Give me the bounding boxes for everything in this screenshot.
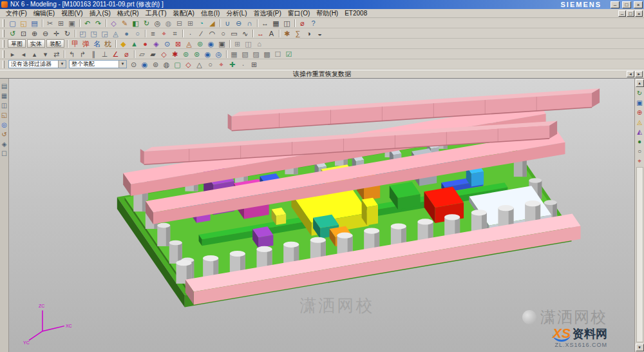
dimension-icon[interactable]: ↔ [255, 29, 266, 38]
perspective-icon[interactable]: ◭ [636, 128, 644, 136]
edit-feature-icon[interactable]: ✱ [281, 29, 292, 38]
menu-item-window[interactable]: 窗口(O) [285, 9, 313, 18]
intersection-point-icon[interactable]: ✱ [169, 50, 180, 59]
wireframe-view-icon[interactable]: ○ [636, 147, 644, 155]
toggle-on-icon[interactable]: ☑ [283, 50, 294, 59]
rectangle-icon[interactable]: ▭ [229, 29, 240, 38]
assembly-drawing-icon[interactable]: ⌂ [254, 39, 265, 48]
toolbar-grip[interactable] [3, 61, 5, 68]
hole-icon[interactable]: ◎ [152, 19, 163, 28]
roles-tab[interactable]: ☐ [0, 150, 8, 158]
snap-circle-icon[interactable]: ○ [205, 60, 216, 69]
refresh-view-icon[interactable]: ↻ [636, 89, 644, 97]
piercing-insert-icon[interactable]: ▲ [129, 39, 140, 48]
save-icon[interactable]: ▤ [29, 19, 40, 28]
measure-icon[interactable]: ⌀ [297, 19, 308, 28]
arrow-left-icon[interactable]: ◂ [18, 50, 29, 59]
web-browser-tab[interactable]: ◎ [0, 121, 8, 129]
toolbar-grip[interactable] [3, 30, 5, 37]
concentric-constraint-icon[interactable]: ⊛ [191, 50, 202, 59]
mdi-minimize-button[interactable]: – [618, 10, 626, 17]
toolbar-grip[interactable] [3, 19, 5, 27]
chevron-down-icon[interactable]: ▼ [58, 61, 66, 68]
scroll-right-icon[interactable]: ► [635, 71, 643, 77]
redo-icon[interactable]: ↷ [93, 19, 104, 28]
point-icon[interactable]: ∙ [185, 29, 196, 38]
pocket-icon[interactable]: ⊟ [174, 19, 185, 28]
menu-item-tools[interactable]: 工具(T) [142, 9, 170, 18]
fit-view-icon[interactable]: ▣ [636, 99, 644, 107]
arc-icon[interactable]: ◠ [207, 29, 218, 38]
datum-plane-icon[interactable]: ◇ [108, 19, 119, 28]
fit-view-icon[interactable]: ⊡ [18, 29, 29, 38]
undo-icon[interactable]: ↶ [82, 19, 93, 28]
diameter-icon[interactable]: ⌀ [121, 50, 132, 59]
top-view-icon[interactable]: ◳ [88, 29, 99, 38]
object-display-icon[interactable]: ◑ [303, 29, 314, 38]
wireframe-icon[interactable]: ○ [132, 29, 143, 38]
toolbar-grip[interactable] [3, 40, 5, 48]
zoom-view-icon[interactable]: ⊕ [636, 108, 644, 117]
help-icon[interactable]: ? [308, 19, 319, 28]
wcs-display-icon[interactable]: ⌖ [158, 29, 169, 38]
pattern-feature-icon[interactable]: ▦ [270, 19, 281, 28]
pdw-die-base-icon[interactable]: 名 [91, 39, 102, 48]
history-tab[interactable]: ↺ [0, 130, 8, 139]
scroll-down-icon[interactable]: ▼ [636, 344, 644, 351]
sketch-icon[interactable]: ✎ [119, 19, 130, 28]
front-view-icon[interactable]: ◰ [77, 29, 88, 38]
pattern-diag-icon[interactable]: ▧ [240, 50, 251, 59]
relief-design-icon[interactable]: ◫ [243, 39, 254, 48]
route-up-icon[interactable]: ↰ [66, 50, 77, 59]
blank-layout-icon[interactable]: ◆ [118, 39, 129, 48]
shaded-view-icon[interactable]: ● [636, 137, 644, 146]
minimize-button[interactable]: – [611, 1, 620, 8]
menu-item-format[interactable]: 格式(R) [114, 9, 142, 18]
burring-insert-icon[interactable]: ⊙ [162, 39, 173, 48]
menu-item-assemblies[interactable]: 装配(A) [169, 9, 197, 18]
menu-item-insert[interactable]: 插入(S) [86, 9, 113, 18]
graphics-window[interactable]: XC YC ZC 潇洒网校 潇洒网校 XS 资料网 ZL.XS1616.COM [9, 79, 634, 352]
snap-grid-icon[interactable]: ⊞ [249, 60, 260, 69]
mdi-restore-button[interactable]: □ [627, 10, 634, 17]
face-solid-icon[interactable]: ▰ [147, 50, 158, 59]
cut-icon[interactable]: ✂ [44, 19, 55, 28]
part-navigator-tab[interactable]: ▦ [0, 92, 8, 100]
paste-icon[interactable]: ▣ [66, 19, 77, 28]
pad-icon[interactable]: ⊞ [185, 19, 196, 28]
die-insert-icon[interactable]: ◉ [205, 39, 216, 48]
assembly-navigator-tab[interactable]: ▤ [0, 82, 8, 90]
revolve-icon[interactable]: ↻ [141, 19, 152, 28]
sketch-task-button[interactable]: 草图 [8, 39, 26, 48]
center-view-icon[interactable]: ⌖ [636, 157, 644, 165]
pan-icon[interactable]: ✛ [51, 29, 62, 38]
center-constraint-icon[interactable]: ◉ [202, 50, 213, 59]
menu-item-help[interactable]: 帮助(H) [313, 9, 341, 18]
arrow-up-icon[interactable]: ▴ [29, 50, 40, 59]
menu-item-file[interactable]: 文件(F) [3, 9, 30, 18]
subtract-icon[interactable]: ⊖ [233, 19, 244, 28]
rotate-icon[interactable]: ↻ [62, 29, 73, 38]
bending-insert-icon[interactable]: ● [140, 39, 151, 48]
chevron-down-icon[interactable]: ▼ [118, 61, 126, 68]
orient-view-icon[interactable]: ◬ [636, 118, 644, 126]
forming-tool-icon[interactable]: ◈ [151, 39, 162, 48]
pdw-insert-design-icon[interactable]: 枕 [102, 39, 113, 48]
pattern-cross-icon[interactable]: ▨ [251, 50, 261, 59]
refresh-icon[interactable]: ↺ [7, 29, 18, 38]
stripper-icon[interactable]: ⊚ [194, 39, 205, 48]
spline-icon[interactable]: ∿ [240, 29, 251, 38]
circle-ref-icon[interactable]: ◎ [213, 50, 224, 59]
spare-part-icon[interactable]: ⊞ [232, 39, 243, 48]
selection-scope-dropdown[interactable]: 整个装配 ▼ [69, 60, 127, 68]
snap-point-icon[interactable]: ⌗ [169, 29, 180, 38]
solid-mode-button[interactable]: 实体 [27, 39, 45, 48]
snap-midpoint-icon[interactable]: ◉ [139, 60, 150, 69]
snap-endpoint-icon[interactable]: ⊙ [128, 60, 139, 69]
snap-face-icon[interactable]: ▢ [172, 60, 183, 69]
show-hide-icon[interactable]: ◒ [314, 29, 325, 38]
arrow-right-icon[interactable]: ▸ [7, 50, 18, 59]
selection-filter-dropdown[interactable]: 没有选择过滤器 ▼ [8, 60, 66, 68]
snap-tangent-icon[interactable]: △ [194, 60, 205, 69]
menu-item-analysis[interactable]: 分析(L) [223, 9, 250, 18]
